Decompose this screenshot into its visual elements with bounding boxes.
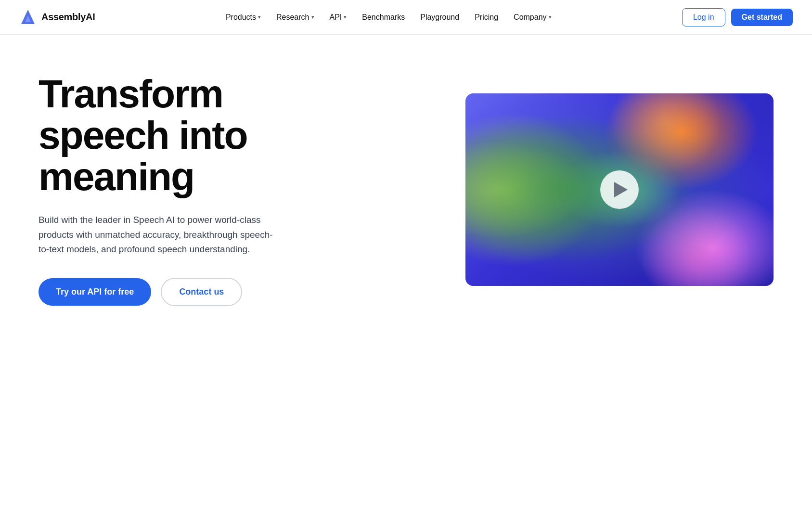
hero-buttons: Try our API for free Contact us: [39, 278, 308, 306]
nav-benchmarks[interactable]: Benchmarks: [355, 9, 412, 26]
navbar: AssemblyAI Products ▾ Research ▾ API ▾ B…: [0, 0, 812, 35]
hero-media: [465, 93, 773, 286]
nav-company[interactable]: Company ▾: [507, 9, 558, 26]
contact-us-button[interactable]: Contact us: [161, 278, 242, 306]
login-button[interactable]: Log in: [682, 8, 725, 26]
hero-title: Transform speech into meaning: [39, 73, 308, 197]
logo-icon: [19, 9, 37, 26]
nav-api[interactable]: API ▾: [323, 9, 354, 26]
nav-links: Products ▾ Research ▾ API ▾ Benchmarks P…: [219, 9, 558, 26]
video-player[interactable]: [465, 93, 773, 286]
try-api-button[interactable]: Try our API for free: [39, 278, 151, 306]
chevron-down-icon: ▾: [344, 14, 347, 20]
play-icon: [614, 182, 628, 197]
hero-section: Transform speech into meaning Build with…: [0, 35, 812, 345]
chevron-down-icon: ▾: [549, 14, 552, 20]
get-started-button[interactable]: Get started: [731, 9, 793, 26]
chevron-down-icon: ▾: [311, 14, 314, 20]
play-button[interactable]: [600, 170, 639, 209]
chevron-down-icon: ▾: [258, 14, 261, 20]
hero-content: Transform speech into meaning Build with…: [39, 73, 308, 306]
hero-subtitle: Build with the leader in Speech AI to po…: [39, 213, 279, 257]
brand-name: AssemblyAI: [41, 12, 95, 23]
nav-products[interactable]: Products ▾: [219, 9, 268, 26]
nav-pricing[interactable]: Pricing: [468, 9, 505, 26]
nav-research[interactable]: Research ▾: [270, 9, 321, 26]
nav-actions: Log in Get started: [682, 8, 793, 26]
nav-playground[interactable]: Playground: [413, 9, 466, 26]
logo-link[interactable]: AssemblyAI: [19, 9, 95, 26]
